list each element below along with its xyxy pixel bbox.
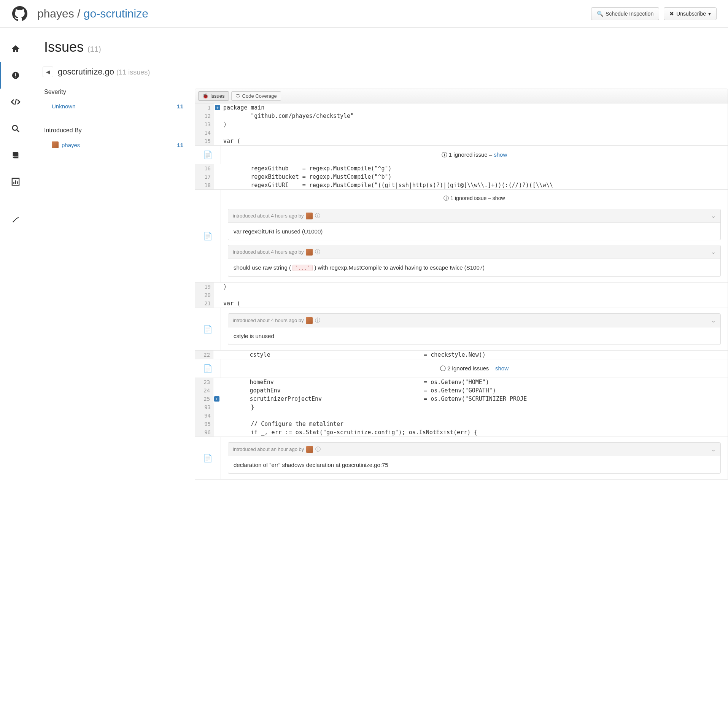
shield-icon: 🛡 (235, 93, 240, 99)
file-icon: 📄 (203, 150, 213, 159)
breadcrumb-repo[interactable]: go-scrutinize (84, 7, 148, 20)
issues-count: (11) (87, 45, 101, 53)
schedule-inspection-button[interactable]: 🔍 Schedule Inspection (591, 7, 659, 20)
file-icon: 📄 (203, 232, 213, 241)
info-icon[interactable]: ⓘ (315, 317, 320, 324)
filters-panel: Severity Unknown 11 Introduced By phayes… (31, 89, 195, 151)
nav-settings[interactable] (0, 206, 31, 233)
show-link[interactable]: show (495, 365, 509, 372)
avatar (52, 141, 59, 148)
chevron-down-icon[interactable]: ⌄ (711, 446, 716, 453)
issue-section: 📄 introduced about 4 hours ago by ⓘ ⌄ cs… (195, 308, 728, 351)
issue-card: introduced about 4 hours ago by ⓘ ⌄ csty… (228, 313, 721, 345)
issue-message: should use raw string ( `...` ) with reg… (228, 259, 720, 276)
file-icon: 📄 (203, 364, 213, 373)
close-icon: ✖ (669, 11, 674, 17)
file-icon: 📄 (203, 325, 213, 334)
ignored-issue-bar: 📄 ⓘ 2 ignored issues – show (195, 359, 728, 378)
severity-heading: Severity (44, 89, 183, 95)
svg-line-3 (15, 99, 16, 105)
svg-rect-1 (15, 73, 16, 76)
github-icon (11, 5, 28, 22)
avatar (306, 446, 313, 453)
author-filter-phayes[interactable]: phayes 11 (44, 139, 183, 151)
avatar (306, 317, 313, 324)
svg-rect-2 (15, 77, 16, 78)
nav-issues[interactable] (0, 62, 31, 89)
breadcrumb: phayes / go-scrutinize (37, 7, 148, 20)
code-panel: 🐞 Issues 🛡 Code Coverage 1+package main … (195, 89, 728, 479)
chevron-down-icon[interactable]: ⌄ (711, 248, 716, 256)
issue-section: 📄 ⓘ 1 ignored issue – show introduced ab… (195, 189, 728, 283)
tab-bar: 🐞 Issues 🛡 Code Coverage (195, 89, 728, 103)
caret-down-icon: ▾ (708, 11, 711, 17)
side-nav (0, 28, 31, 479)
issue-message: var regexGitURI is unused (U1000) (228, 223, 720, 240)
avatar (306, 213, 313, 219)
nav-stats[interactable] (0, 168, 31, 195)
tab-issues[interactable]: 🐞 Issues (198, 91, 229, 101)
issue-card: introduced about 4 hours ago by ⓘ ⌄ var … (228, 209, 721, 240)
info-icon[interactable]: ⓘ (315, 249, 320, 256)
issue-message: cstyle is unused (228, 327, 720, 345)
expand-button[interactable]: + (215, 105, 220, 110)
file-name: goscrutinize.go (11 issues) (58, 67, 150, 77)
show-link[interactable]: show (493, 195, 505, 201)
search-plus-icon: 🔍 (597, 11, 603, 17)
nav-book[interactable] (0, 142, 31, 168)
nav-home[interactable] (0, 35, 31, 62)
show-link[interactable]: show (494, 151, 507, 158)
severity-filter-unknown[interactable]: Unknown 11 (44, 101, 183, 112)
issue-card: introduced about 4 hours ago by ⓘ ⌄ shou… (228, 245, 721, 277)
top-bar: phayes / go-scrutinize 🔍 Schedule Inspec… (0, 0, 728, 28)
chevron-down-icon[interactable]: ⌄ (711, 212, 716, 219)
issue-message: declaration of "err" shadows declaration… (228, 456, 720, 473)
back-button[interactable]: ◀ (43, 67, 53, 77)
chevron-down-icon[interactable]: ⌄ (711, 317, 716, 324)
nav-search[interactable] (0, 115, 31, 142)
info-icon: ⓘ (443, 195, 449, 201)
file-icon: 📄 (203, 454, 213, 463)
issue-card: introduced about an hour ago by ⓘ ⌄ decl… (228, 442, 721, 474)
issue-section: 📄 introduced about an hour ago by ⓘ ⌄ de… (195, 437, 728, 479)
file-issue-count: (11 issues) (116, 68, 150, 76)
code-block: 1+package main 12 "github.com/phayes/che… (195, 103, 728, 145)
tab-coverage[interactable]: 🛡 Code Coverage (231, 91, 281, 101)
expand-button[interactable]: + (214, 396, 219, 402)
introduced-by-heading: Introduced By (44, 127, 183, 134)
svg-line-5 (16, 130, 19, 132)
info-icon[interactable]: ⓘ (315, 446, 321, 453)
info-icon: ⓘ (442, 151, 447, 158)
svg-point-4 (12, 125, 17, 130)
breadcrumb-owner[interactable]: phayes (37, 7, 74, 20)
nav-code[interactable] (0, 89, 31, 115)
info-icon: ⓘ (440, 365, 446, 372)
info-icon[interactable]: ⓘ (315, 213, 320, 219)
avatar (306, 249, 313, 256)
unsubscribe-button[interactable]: ✖ Unsubscribe ▾ (664, 7, 717, 20)
ignored-issue-bar: 📄 ⓘ 1 ignored issue – show (195, 145, 728, 164)
bug-icon: 🐞 (202, 93, 208, 99)
page-title: Issues (11) (31, 39, 728, 67)
